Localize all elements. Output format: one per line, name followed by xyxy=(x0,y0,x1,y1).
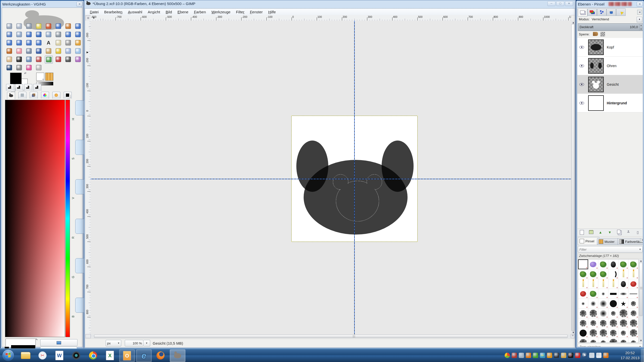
tray-audio-manager-icon[interactable] xyxy=(526,353,531,358)
horizontal-ruler[interactable]: -800-700-600-500-400-300-200-10001002003… xyxy=(91,15,571,21)
brush-texture-gray2[interactable] xyxy=(608,318,618,328)
brush-disc-texture[interactable] xyxy=(578,328,588,338)
brush-dots-sparse[interactable] xyxy=(588,318,598,328)
paintbrush-tool[interactable] xyxy=(6,47,13,55)
taskbar-clock[interactable]: 20:52 17.02.2013 xyxy=(621,350,639,360)
tab-pinsel[interactable]: Pinsel xyxy=(578,237,599,245)
brush-candle[interactable] xyxy=(618,269,628,279)
visibility-eye-icon[interactable] xyxy=(579,83,584,86)
lock-pixels-icon[interactable] xyxy=(593,32,598,36)
text-tool[interactable]: A xyxy=(45,39,52,47)
blend-tool[interactable] xyxy=(25,56,33,63)
threshold-tool[interactable] xyxy=(25,64,33,71)
brush-fuzzy-medium[interactable] xyxy=(588,299,598,308)
brush-texture-gray7[interactable] xyxy=(628,328,638,338)
raise-layer-button[interactable]: ▲ xyxy=(597,229,604,235)
brush-fuzzy-large[interactable] xyxy=(598,299,608,308)
zoom-value[interactable]: 100 % xyxy=(125,340,143,346)
brush-bar-black[interactable] xyxy=(608,289,618,299)
ellipse-select-tool[interactable] xyxy=(15,22,23,30)
tray-daemon-tools-icon[interactable]: D xyxy=(568,353,573,358)
brush-smear-gray[interactable] xyxy=(598,338,608,343)
brush-texture-gray[interactable] xyxy=(598,318,608,328)
tray-volume-mixer-icon[interactable] xyxy=(603,353,609,358)
brush-oval-soft[interactable] xyxy=(618,289,628,299)
channel-slider-g[interactable]: G xyxy=(71,258,76,296)
levels-tool[interactable] xyxy=(35,56,43,63)
brush-pepper-dark[interactable] xyxy=(608,259,618,269)
brush-disc-black[interactable] xyxy=(608,299,618,308)
menu-werkzeuge[interactable]: Werkzeuge xyxy=(209,9,233,15)
tab-menu-icon[interactable]: ◄ xyxy=(640,238,643,242)
layer-row-hintergrund[interactable]: Hintergrund xyxy=(577,94,643,112)
menu-farben[interactable]: Farben xyxy=(191,9,209,15)
brush-filter-field[interactable]: Filter▼ xyxy=(578,246,643,253)
blur-sharpen-tool[interactable] xyxy=(74,47,82,55)
brush-tab[interactable] xyxy=(30,92,38,99)
perspective-clone-tool[interactable] xyxy=(64,47,72,55)
tray-sync-icon[interactable] xyxy=(561,353,566,358)
brush-texture-gray3[interactable] xyxy=(618,318,628,328)
brush-fuzzy-blob[interactable] xyxy=(598,308,608,318)
lock-alpha-icon[interactable] xyxy=(600,32,605,36)
tray-security-shield-icon[interactable] xyxy=(512,353,517,358)
menu-ansicht[interactable]: Ansicht xyxy=(145,9,163,15)
brightness-contrast-tool[interactable] xyxy=(64,56,72,63)
paths-tool[interactable] xyxy=(74,22,82,30)
brush-fuzzy-small[interactable] xyxy=(578,299,588,308)
rect-select-tool[interactable] xyxy=(6,22,13,30)
canvas-viewport[interactable] xyxy=(91,21,571,334)
dock-tab-1[interactable] xyxy=(6,84,14,91)
clone-tool[interactable] xyxy=(45,47,52,55)
menu-fenster[interactable]: Fenster xyxy=(247,9,265,15)
dodge-burn-tool[interactable] xyxy=(15,56,23,63)
start-button[interactable] xyxy=(3,350,14,361)
taskbar-app-gimp[interactable] xyxy=(170,349,185,362)
perspective-tool[interactable] xyxy=(15,39,23,47)
tray-updater-icon[interactable] xyxy=(547,353,552,358)
tab-muster[interactable]: Muster xyxy=(597,238,620,245)
free-select-tool[interactable] xyxy=(25,22,33,30)
brush-ivy-green[interactable] xyxy=(618,259,628,269)
colorize-tool[interactable] xyxy=(15,64,23,71)
active-brush-preview[interactable]: + xyxy=(36,73,44,81)
delete-layer-button[interactable]: ▯ xyxy=(634,229,641,235)
dock-tab-4[interactable] xyxy=(33,84,41,91)
brush-dot-tiny[interactable] xyxy=(598,289,608,299)
brush-dash-soft[interactable] xyxy=(618,308,628,318)
brush-clover-green[interactable] xyxy=(578,269,588,279)
wheel-tab[interactable] xyxy=(41,92,49,99)
taskbar-app-outlook[interactable]: O xyxy=(119,349,135,362)
taskbar-app-internet-explorer[interactable]: e xyxy=(136,349,152,362)
brush-scrollbar[interactable]: ▲ ||| ▼ xyxy=(639,259,643,342)
brush-candle[interactable] xyxy=(588,279,598,289)
measure-tool[interactable] xyxy=(25,31,33,38)
tray-network-icon[interactable] xyxy=(589,353,594,358)
brush-specks-gray[interactable] xyxy=(628,308,638,318)
taskbar-app-excel[interactable]: X xyxy=(102,349,117,361)
ruler-origin-button[interactable]: ⊞ xyxy=(86,16,91,21)
brush-texture-gray4[interactable] xyxy=(628,318,638,328)
image-window-titlebar[interactable]: *Übung 2.xcf-10.0 (RGB-Farben, 4 Ebenen)… xyxy=(84,0,576,7)
fuzzy-select-tool[interactable] xyxy=(35,22,43,30)
mode-dropdown-icon[interactable]: ▼ xyxy=(637,17,642,22)
zoom-select-icon[interactable]: ▼ xyxy=(143,340,150,346)
ink-tool[interactable] xyxy=(35,47,43,55)
crop-tool[interactable] xyxy=(55,31,62,38)
curves-tool[interactable] xyxy=(45,56,53,64)
tray-volume-icon[interactable] xyxy=(596,353,601,358)
layers-rgb-tab[interactable] xyxy=(587,8,597,16)
tray-action-center-icon[interactable]: ⚑ xyxy=(582,353,587,358)
brush-blob-rough[interactable] xyxy=(628,299,638,308)
saturation-value-square[interactable] xyxy=(5,100,65,337)
menu-auswahl[interactable]: Auswahl xyxy=(125,9,145,15)
visibility-eye-icon[interactable] xyxy=(579,64,584,67)
brush-parsley-green[interactable] xyxy=(588,289,598,299)
undo-history-tab[interactable] xyxy=(616,8,626,16)
gimp-tab[interactable] xyxy=(7,92,15,99)
smudge-finger-tool[interactable] xyxy=(6,56,13,63)
brush-leaves-green[interactable] xyxy=(598,269,608,279)
brush-bow-green[interactable] xyxy=(588,269,598,279)
brush-spray-gray[interactable] xyxy=(618,328,628,338)
brush-texture-gray5[interactable] xyxy=(588,328,598,338)
